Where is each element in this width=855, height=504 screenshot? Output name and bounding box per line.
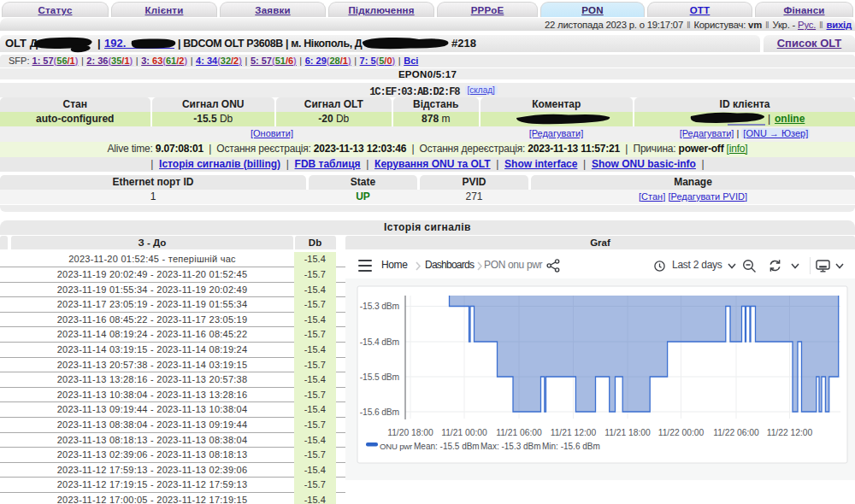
svg-text:11/22 06:00: 11/22 06:00	[713, 428, 759, 437]
svg-text:11/21 18:00: 11/21 18:00	[604, 428, 651, 437]
svg-text:11/21 00:00: 11/21 00:00	[441, 428, 487, 437]
svg-text:Max: -15.3 dBm: Max: -15.3 dBm	[481, 442, 541, 451]
svg-text:11/21 06:00: 11/21 06:00	[496, 428, 542, 437]
svg-text:ONU pwr: ONU pwr	[380, 442, 413, 451]
svg-text:11/20 18:00: 11/20 18:00	[387, 428, 433, 437]
svg-text:11/22 12:00: 11/22 12:00	[767, 428, 813, 437]
svg-text:-15.5 dBm: -15.5 dBm	[360, 372, 399, 382]
svg-text:-15.4 dBm: -15.4 dBm	[360, 337, 399, 347]
svg-text:-15.3 dBm: -15.3 dBm	[360, 302, 399, 311]
svg-text:-15.6 dBm: -15.6 dBm	[360, 407, 399, 417]
svg-text:Min: -15.6 dBm: Min: -15.6 dBm	[542, 442, 600, 451]
svg-text:11/21 12:00: 11/21 12:00	[551, 428, 597, 437]
svg-text:11/22 00:00: 11/22 00:00	[658, 428, 705, 437]
svg-text:Mean: -15.5 dBm: Mean: -15.5 dBm	[414, 442, 480, 451]
